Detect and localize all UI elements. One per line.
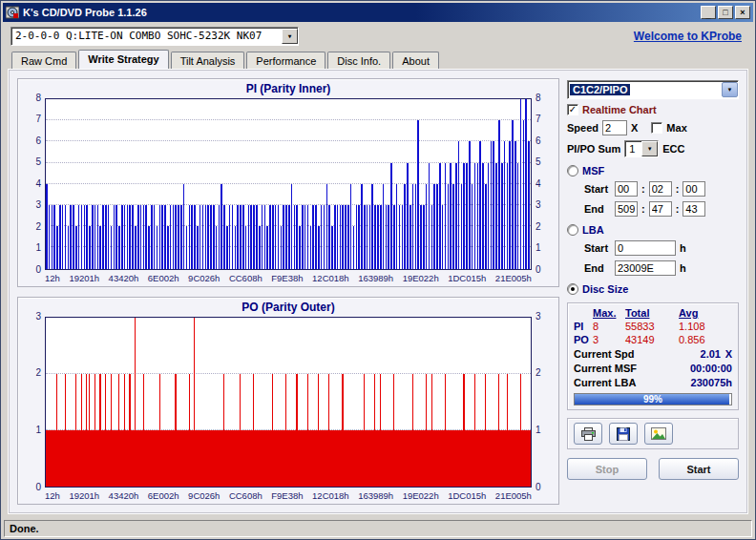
- max-speed-checkbox[interactable]: [651, 122, 662, 134]
- chart-bar: [380, 205, 382, 269]
- chart-bar: [380, 374, 381, 487]
- control-panel: C1C2/PIPO ▼ Realtime Chart Speed X Max P…: [567, 78, 739, 505]
- chart-bar: [65, 205, 67, 269]
- chart-bar: [388, 205, 389, 269]
- progress-text: 99%: [575, 394, 731, 405]
- x-tick-label: 19E022h: [403, 490, 439, 501]
- msf-start-row: Start : :: [584, 181, 739, 197]
- maximize-button[interactable]: □: [718, 6, 733, 19]
- chart-bar: [151, 205, 153, 269]
- pipo-sum-label: PI/PO Sum: [567, 143, 620, 155]
- chevron-down-icon[interactable]: ▼: [641, 141, 658, 156]
- chart-bar: [253, 205, 255, 269]
- tab-performance[interactable]: Performance: [246, 52, 326, 69]
- chart-bar: [56, 374, 57, 487]
- x-tick-label: 163989h: [358, 490, 393, 501]
- minimize-button[interactable]: _: [701, 6, 716, 19]
- current-msf-row: Current MSF 00:00:00: [574, 363, 732, 374]
- lba-radio[interactable]: LBA: [567, 224, 739, 236]
- chart-bar: [86, 205, 88, 269]
- chart-bar: [469, 141, 471, 268]
- x-tick-label: CC608h: [229, 490, 262, 501]
- tab-tilt-analysis[interactable]: Tilt Analysis: [171, 52, 245, 69]
- chart-bar: [124, 374, 125, 487]
- msf-end-min-input[interactable]: [615, 201, 638, 217]
- current-speed-label: Current Spd: [574, 348, 635, 360]
- chart-bar: [148, 226, 150, 268]
- lba-start-input[interactable]: [615, 240, 676, 256]
- chart-bar: [426, 374, 427, 487]
- chart-bar: [423, 205, 425, 269]
- chart-bar: [412, 184, 414, 269]
- chart-bar: [514, 141, 516, 268]
- chart-bar: [445, 374, 446, 487]
- msf-start-min-input[interactable]: [615, 181, 638, 197]
- chart-bar: [291, 184, 293, 269]
- snapshot-button[interactable]: [644, 423, 673, 445]
- lba-start-unit: h: [680, 242, 686, 254]
- x-tick-label: 9C026h: [188, 490, 220, 501]
- speed-input[interactable]: [602, 120, 627, 135]
- drive-select[interactable]: 2-0-0-0 Q:LITE-ON COMBO SOHC-5232K NK07 …: [10, 27, 299, 46]
- pipo-sum-value: 1: [627, 143, 641, 155]
- chart-bar: [448, 184, 450, 269]
- tab-about[interactable]: About: [392, 52, 439, 69]
- x-tick-label: 6E002h: [148, 273, 179, 283]
- chart-bar: [315, 205, 317, 269]
- chart-bar: [525, 99, 527, 269]
- stats-table: Max. Total Avg PI 8 55833 1.108 PO 3 431…: [574, 307, 732, 345]
- radio-icon: [567, 165, 578, 177]
- chart-bar: [132, 205, 134, 269]
- chart-bar: [197, 226, 199, 268]
- chart-bar: [507, 163, 509, 269]
- chart-bar: [374, 205, 376, 269]
- chart-bar: [482, 163, 484, 269]
- chart-bar: [124, 205, 126, 269]
- chart-bar: [302, 205, 304, 269]
- lba-end-input[interactable]: [615, 260, 676, 276]
- chart-bar: [412, 374, 413, 487]
- chevron-down-icon[interactable]: ▼: [282, 29, 298, 44]
- chart-bar: [420, 205, 422, 269]
- chart-bar: [127, 205, 129, 269]
- msf-end-sec-input[interactable]: [649, 201, 672, 217]
- pipo-sum-select[interactable]: 1 ▼: [624, 140, 659, 157]
- chart-bar: [191, 205, 193, 269]
- chart-bar: [118, 374, 119, 487]
- chevron-down-icon[interactable]: ▼: [722, 82, 738, 97]
- welcome-link[interactable]: Welcome to KProbe: [634, 30, 742, 43]
- chart-bar: [235, 226, 237, 268]
- tab-raw-cmd[interactable]: Raw Cmd: [11, 52, 76, 69]
- po-chart: PO (Parity Outer) 0123 0123 12h19201h434…: [17, 297, 559, 506]
- chart-bar: [299, 226, 301, 268]
- stop-button[interactable]: Stop: [567, 458, 647, 480]
- y-tick-label: 0: [35, 483, 41, 492]
- chart-bar: [466, 163, 468, 269]
- chart-bar: [326, 184, 328, 269]
- pipo-sum-row: PI/PO Sum 1 ▼ ECC: [567, 140, 739, 157]
- chart-bar: [417, 120, 419, 268]
- realtime-chart-checkbox[interactable]: [567, 104, 578, 115]
- start-button[interactable]: Start: [659, 458, 739, 480]
- chart-bar: [340, 205, 342, 269]
- msf-start-frame-input[interactable]: [682, 181, 705, 197]
- chart-bar: [442, 205, 444, 269]
- close-button[interactable]: ×: [735, 6, 750, 19]
- chart-bar: [99, 226, 101, 268]
- chart-bar: [367, 205, 368, 269]
- disc-size-radio[interactable]: Disc Size: [567, 283, 739, 295]
- mode-select[interactable]: C1C2/PIPO ▼: [567, 80, 739, 99]
- tab-disc-info[interactable]: Disc Info.: [327, 52, 390, 69]
- msf-end-frame-input[interactable]: [682, 201, 705, 217]
- chart-bar: [207, 205, 209, 269]
- y-tick-label: 1: [35, 243, 41, 253]
- msf-radio[interactable]: MSF: [567, 165, 739, 177]
- po-chart-title: PO (Parity Outer): [24, 301, 553, 317]
- titlebar[interactable]: K's CD/DVD Probe 1.1.26 _ □ ×: [3, 3, 753, 22]
- pi-max-value: 8: [593, 321, 625, 332]
- print-button[interactable]: [574, 423, 602, 445]
- msf-start-sec-input[interactable]: [649, 181, 672, 197]
- tab-write-strategy[interactable]: Write Strategy: [78, 50, 168, 69]
- save-button[interactable]: [609, 423, 638, 445]
- po-y-axis-right: 0123: [532, 317, 553, 488]
